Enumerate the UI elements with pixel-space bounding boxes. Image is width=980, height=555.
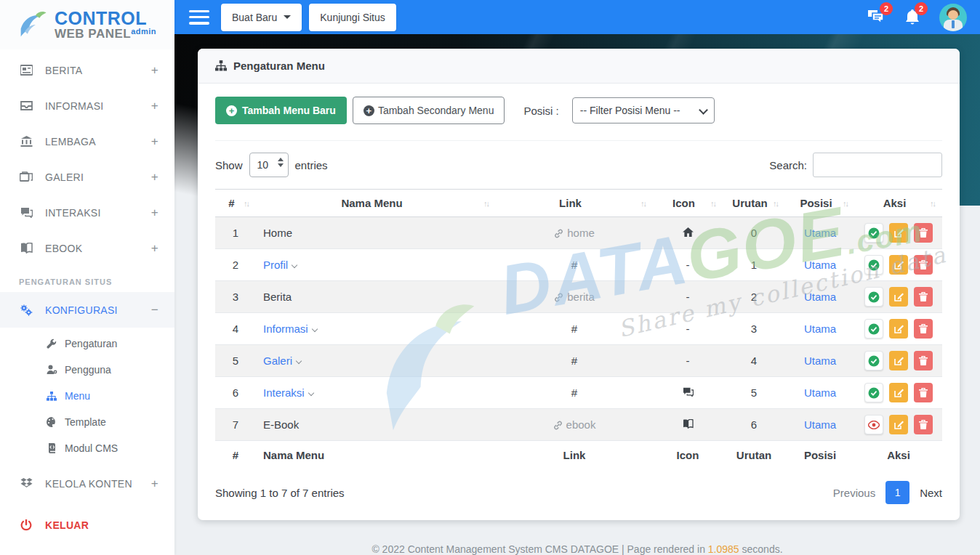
- position-link[interactable]: Utama: [804, 355, 836, 367]
- menu-order: 1: [723, 249, 785, 281]
- edit-button[interactable]: [889, 383, 908, 402]
- submenu-item-pengaturan[interactable]: Pengaturan: [0, 331, 174, 357]
- position-filter-select[interactable]: -- Filter Posisi Menu --: [572, 97, 715, 123]
- show-label: Show: [215, 159, 243, 171]
- row-actions: [855, 345, 942, 377]
- delete-button[interactable]: [914, 415, 933, 434]
- check-circle-icon: [868, 227, 880, 239]
- row-num: 3: [215, 281, 256, 313]
- table-row: 4 Informasi # - 3 Utama: [215, 313, 942, 345]
- menu-position: Utama: [785, 313, 855, 345]
- plus-circle-icon: +: [364, 105, 374, 116]
- sidebar-item-interaksi[interactable]: INTERAKSI +: [0, 195, 174, 230]
- search-input[interactable]: [813, 153, 942, 177]
- sidebar-item-berita[interactable]: BERITA +: [0, 52, 174, 88]
- table-row: 7 E-Book ebook 6 Utama: [215, 409, 942, 441]
- page-length-select[interactable]: 10: [249, 153, 289, 177]
- position-link[interactable]: Utama: [804, 259, 836, 271]
- edit-button[interactable]: [889, 287, 908, 307]
- column-header-link[interactable]: Link↑↓: [496, 190, 653, 217]
- folder-images-icon: [19, 171, 33, 183]
- dropbox-icon: [19, 478, 33, 490]
- column-header-icon[interactable]: Icon↑↓: [653, 190, 723, 217]
- edit-button[interactable]: [889, 319, 908, 339]
- submenu-item-template[interactable]: Template: [0, 409, 174, 435]
- edit-button[interactable]: [889, 223, 908, 243]
- page-1-button[interactable]: 1: [885, 481, 909, 504]
- chevron-down-icon: [296, 358, 302, 364]
- submenu-item-pengguna[interactable]: Pengguna: [0, 357, 174, 383]
- next-page-button[interactable]: Next: [920, 487, 942, 499]
- position-link[interactable]: Utama: [804, 386, 836, 399]
- status-active-button[interactable]: [864, 383, 883, 402]
- footer-text: © 2022 Content Management System CMS DAT…: [371, 543, 707, 555]
- menu-name-link[interactable]: Profil: [263, 259, 288, 271]
- row-num: 5: [215, 345, 256, 377]
- column-header-urutan[interactable]: Urutan↑↓: [723, 190, 785, 217]
- edit-button[interactable]: [889, 415, 908, 434]
- sidebar-item-keluar[interactable]: KELUAR: [0, 507, 174, 543]
- table-row: 5 Galeri # - 4 Utama: [215, 345, 942, 377]
- sidebar-item-ebook[interactable]: EBOOK +: [0, 230, 174, 266]
- avatar-tie: [952, 20, 955, 28]
- status-active-button[interactable]: [864, 255, 883, 275]
- sidebar-item-informasi[interactable]: INFORMASI +: [0, 88, 174, 123]
- submenu-item-modul-cms[interactable]: Modul CMS: [0, 435, 174, 461]
- user-avatar[interactable]: [939, 4, 967, 31]
- position-link[interactable]: Utama: [804, 323, 836, 335]
- column-header-num[interactable]: #↑↓: [215, 190, 256, 217]
- notifications-button[interactable]: 2: [904, 9, 920, 26]
- delete-button[interactable]: [914, 223, 933, 243]
- avatar-face: [948, 10, 958, 20]
- row-num: 6: [215, 377, 256, 409]
- previous-page-button[interactable]: Previous: [833, 487, 875, 499]
- edit-button[interactable]: [889, 351, 908, 370]
- sidebar-item-label: KONFIGURASI: [45, 304, 151, 316]
- edit-button[interactable]: [889, 255, 908, 275]
- delete-button[interactable]: [914, 383, 933, 402]
- submenu-item-menu[interactable]: Menu: [0, 383, 174, 409]
- column-header-posisi[interactable]: Posisi↑↓: [785, 190, 855, 217]
- menu-link: berita: [496, 281, 653, 313]
- edit-icon: [894, 420, 904, 429]
- delete-button[interactable]: [914, 255, 933, 275]
- edit-icon: [894, 388, 904, 397]
- visit-site-button[interactable]: Kunjungi Situs: [309, 4, 396, 31]
- menu-name: E-Book: [256, 409, 496, 441]
- delete-button[interactable]: [914, 287, 933, 307]
- menu-name-link[interactable]: Informasi: [263, 323, 308, 335]
- submenu-item-label: Menu: [65, 390, 90, 402]
- column-header-nama-menu[interactable]: Nama Menu↑↓: [256, 190, 496, 217]
- sidebar-item-konfigurasi[interactable]: KONFIGURASI −: [0, 292, 174, 328]
- status-active-button[interactable]: [864, 351, 883, 370]
- position-link[interactable]: Utama: [804, 227, 836, 239]
- add-secondary-menu-button[interactable]: + Tambah Secondary Menu: [353, 97, 505, 124]
- position-link[interactable]: Utama: [804, 418, 836, 431]
- add-menu-button[interactable]: + Tambah Menu Baru: [215, 97, 347, 124]
- position-link[interactable]: Utama: [804, 291, 836, 303]
- gears-icon: [19, 304, 33, 316]
- sidebar-item-lembaga[interactable]: LEMBAGA +: [0, 123, 174, 159]
- column-header-aksi[interactable]: Aksi↑↓: [855, 190, 942, 217]
- delete-button[interactable]: [914, 319, 933, 339]
- status-hidden-button[interactable]: [864, 415, 883, 434]
- menu-name: Informasi: [256, 313, 496, 345]
- create-new-label: Buat Baru: [232, 12, 277, 23]
- status-active-button[interactable]: [864, 223, 883, 243]
- search-area: Search:: [769, 153, 942, 177]
- status-active-button[interactable]: [864, 287, 883, 307]
- menu-link: #: [496, 377, 653, 409]
- menu-name-link[interactable]: Galeri: [263, 355, 292, 367]
- hamburger-menu-icon[interactable]: [189, 10, 209, 25]
- status-active-button[interactable]: [864, 319, 883, 339]
- messages-button[interactable]: 2: [867, 9, 885, 26]
- delete-button[interactable]: [914, 351, 933, 370]
- page-footer: © 2022 Content Management System CMS DAT…: [174, 543, 980, 555]
- create-new-button[interactable]: Buat Baru: [221, 4, 302, 31]
- trash-icon: [919, 228, 928, 238]
- menu-name-link[interactable]: Interaksi: [263, 386, 305, 399]
- sidebar-item-galeri[interactable]: GALERI +: [0, 159, 174, 195]
- edit-icon: [894, 228, 904, 238]
- sidebar-item-kelola-konten[interactable]: KELOLA KONTEN +: [0, 466, 174, 501]
- brand-logo[interactable]: CONTROL WEB PANELadmin: [0, 0, 174, 49]
